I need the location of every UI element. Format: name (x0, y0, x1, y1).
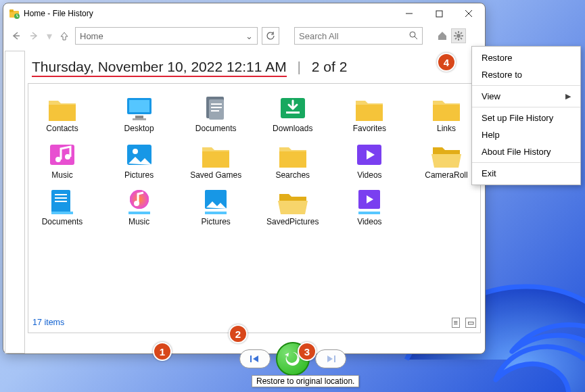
menu-item-label: Restore (482, 53, 513, 63)
annotation-2: 2 (229, 324, 248, 343)
restore-tooltip: Restore to original location. (252, 375, 359, 387)
svg-rect-1 (9, 9, 14, 12)
folder-item[interactable]: Videos (341, 184, 398, 226)
folder-label: Documents (34, 218, 91, 226)
view-icons-button[interactable]: ▭ (465, 318, 476, 328)
nav-forward-button[interactable] (26, 28, 43, 44)
folder-yellow-icon (34, 91, 91, 124)
arrow-up-icon (60, 31, 69, 41)
music-lib-icon (111, 184, 168, 218)
chevron-right-icon: ▶ (565, 92, 571, 101)
folder-label: Favorites (341, 124, 398, 133)
folder-yellow-icon (187, 137, 244, 171)
home-button[interactable] (435, 28, 450, 43)
menu-item-label: Help (482, 130, 500, 140)
nav-divider: ▾ (47, 30, 52, 43)
view-list-button[interactable]: ≡ (452, 318, 460, 328)
menu-item[interactable]: View▶ (472, 88, 580, 105)
menu-item-label: Set up File History (482, 113, 553, 123)
chevron-down-icon: ⌄ (245, 31, 253, 41)
maximize-button[interactable] (424, 4, 454, 23)
menu-item-label: Exit (482, 168, 496, 178)
menu-item-label: About File History (482, 147, 551, 157)
folder-item[interactable]: Favorites (341, 91, 398, 133)
items-pane: ContactsDesktopDocumentsDownloadsFavorit… (28, 83, 481, 333)
svg-line-18 (461, 32, 462, 34)
svg-line-10 (415, 36, 417, 39)
annotation-3: 3 (298, 342, 317, 361)
folder-item[interactable]: Music (34, 137, 91, 180)
menu-item[interactable]: Help (472, 126, 580, 143)
folder-label: Pictures (111, 171, 168, 180)
folder-label: Pictures (187, 218, 244, 226)
folder-label: Music (111, 218, 168, 226)
address-bar[interactable]: Home ⌄ (75, 27, 258, 45)
annotation-1: 1 (153, 342, 172, 361)
search-placeholder: Search All (299, 31, 339, 41)
folder-yellow-icon (418, 91, 475, 124)
minimize-button[interactable] (394, 4, 424, 23)
folder-item[interactable]: Videos (341, 137, 398, 180)
svg-point-11 (457, 34, 461, 38)
folder-item[interactable]: Pictures (111, 137, 168, 180)
folder-item[interactable]: Pictures (187, 184, 244, 226)
svg-line-16 (455, 32, 457, 34)
menu-item[interactable]: About File History (472, 143, 580, 160)
settings-context-menu: RestoreRestore toView▶Set up File Histor… (471, 46, 581, 185)
folder-open-icon (418, 137, 475, 171)
titlebar: Home - File History (3, 3, 485, 24)
skip-next-icon (325, 354, 337, 364)
preview-strip-prev[interactable] (5, 51, 25, 353)
svg-line-19 (455, 38, 457, 39)
folder-label: Videos (341, 171, 398, 180)
folder-label: Links (418, 124, 475, 133)
settings-button[interactable] (451, 28, 466, 43)
folder-label: Downloads (264, 124, 321, 133)
menu-item-label: View (482, 91, 500, 101)
annotation-4: 4 (437, 53, 456, 72)
nav-back-button[interactable] (7, 28, 24, 44)
folder-label: SavedPictures (264, 218, 321, 226)
svg-line-17 (461, 38, 462, 39)
menu-item[interactable]: Set up File History (472, 109, 580, 126)
home-icon (437, 30, 448, 41)
items-grid: ContactsDesktopDocumentsDownloadsFavorit… (34, 91, 475, 227)
svg-rect-4 (436, 11, 442, 17)
folder-label: CameraRoll (418, 171, 475, 180)
folder-item[interactable]: Contacts (34, 91, 91, 133)
version-date: Thursday, November 10, 2022 12:11 AM (32, 59, 287, 77)
folder-item[interactable]: Downloads (264, 91, 321, 133)
skip-prev-icon (249, 354, 261, 364)
desktop-icon (111, 91, 168, 124)
svg-rect-20 (250, 356, 252, 362)
search-icon (408, 30, 418, 42)
window-title: Home - File History (24, 9, 93, 18)
folder-item[interactable]: Documents (34, 184, 91, 226)
menu-item[interactable]: Restore to (472, 66, 580, 83)
refresh-button[interactable] (262, 27, 279, 45)
folder-item[interactable]: Links (418, 91, 475, 133)
nav-up-button[interactable] (56, 28, 72, 44)
file-history-window: Home - File History ▾ Home ⌄ Search All (3, 3, 486, 354)
folder-item[interactable]: SavedPictures (264, 184, 321, 226)
version-header: Thursday, November 10, 2022 12:11 AM | 2… (28, 51, 481, 76)
folder-item[interactable]: CameraRoll (418, 137, 475, 180)
folder-item[interactable]: Saved Games (187, 137, 244, 180)
close-button[interactable] (454, 4, 484, 23)
doc-lib-icon (34, 184, 91, 218)
prev-version-button[interactable] (239, 349, 271, 368)
folder-item[interactable]: Searches (264, 137, 321, 180)
folder-item[interactable]: Music (111, 184, 168, 226)
folder-item[interactable]: Desktop (111, 91, 168, 133)
videos-icon (341, 137, 398, 171)
search-input[interactable]: Search All (294, 27, 423, 45)
next-version-button[interactable] (315, 349, 346, 368)
menu-item[interactable]: Restore (472, 49, 580, 66)
folder-item[interactable]: Documents (187, 91, 244, 133)
folder-label: Saved Games (187, 171, 244, 180)
folder-open-icon (264, 184, 321, 218)
folder-yellow-icon (264, 137, 321, 171)
menu-item[interactable]: Exit (472, 165, 580, 182)
folder-label: Contacts (34, 124, 91, 133)
folder-label: Searches (264, 171, 321, 180)
